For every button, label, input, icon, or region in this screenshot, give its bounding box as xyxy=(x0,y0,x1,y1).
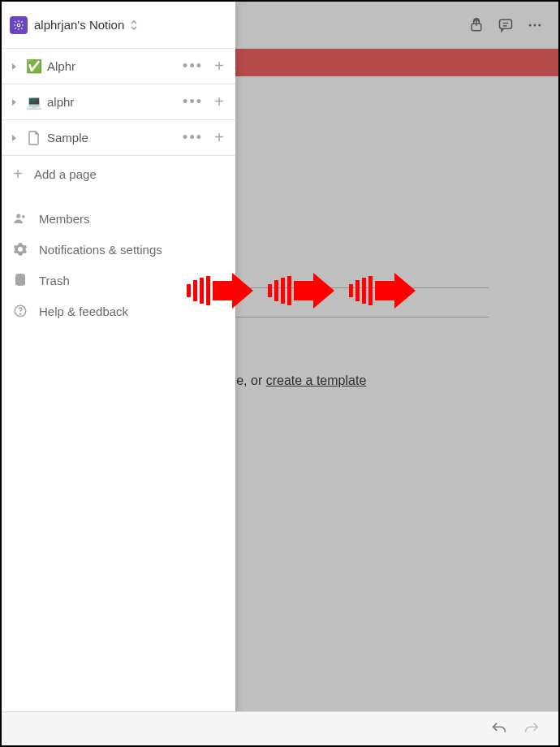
page-emoji-icon: ✅ xyxy=(26,58,42,75)
redo-icon[interactable] xyxy=(523,720,541,738)
sidebar: alphrjan's Notion ✅ Alphr ••• + 💻 alphr … xyxy=(2,2,235,745)
page-more-icon[interactable]: ••• xyxy=(179,129,206,146)
menu-label: Trash xyxy=(39,274,70,287)
add-page-label: Add a page xyxy=(34,167,97,181)
sidebar-page-alphr2[interactable]: 💻 alphr ••• + xyxy=(2,84,235,120)
trash-icon xyxy=(13,273,28,287)
sidebar-page-sample[interactable]: Sample ••• + xyxy=(2,120,235,156)
content-divider xyxy=(235,287,489,288)
svg-point-4 xyxy=(529,24,532,27)
expand-icon xyxy=(129,19,139,31)
svg-point-9 xyxy=(22,215,25,218)
page-list: ✅ Alphr ••• + 💻 alphr ••• + Sample ••• xyxy=(2,49,235,192)
caret-right-icon[interactable] xyxy=(10,98,21,106)
add-page-button[interactable]: + Add a page xyxy=(2,156,235,192)
workspace-icon xyxy=(10,16,28,34)
menu-members[interactable]: Members xyxy=(2,203,235,234)
page-doc-icon xyxy=(26,130,42,146)
svg-point-8 xyxy=(16,214,20,218)
menu-trash[interactable]: Trash xyxy=(2,265,235,296)
menu-help[interactable]: Help & feedback xyxy=(2,296,235,326)
svg-point-10 xyxy=(15,274,25,277)
svg-point-7 xyxy=(17,24,20,27)
add-subpage-icon[interactable]: + xyxy=(211,93,227,111)
sidebar-page-alphr[interactable]: ✅ Alphr ••• + xyxy=(2,49,235,84)
page-emoji-icon: 💻 xyxy=(26,94,42,110)
menu-label: Notifications & settings xyxy=(39,243,162,257)
menu-label: Members xyxy=(39,212,90,226)
svg-rect-1 xyxy=(500,19,512,28)
plus-icon: + xyxy=(10,165,26,184)
page-label: alphr xyxy=(47,95,174,109)
svg-point-12 xyxy=(19,313,20,314)
caret-right-icon[interactable] xyxy=(10,63,21,71)
svg-point-5 xyxy=(534,24,536,27)
workspace-name: alphrjan's Notion xyxy=(34,18,124,32)
comment-icon[interactable] xyxy=(497,16,515,34)
help-icon xyxy=(13,304,28,318)
svg-point-6 xyxy=(538,24,541,27)
content-divider xyxy=(235,317,489,317)
page-more-icon[interactable]: ••• xyxy=(179,93,206,110)
page-label: Alphr xyxy=(47,59,174,73)
gear-icon xyxy=(13,242,28,257)
bottom-toolbar xyxy=(2,711,558,745)
menu-label: Help & feedback xyxy=(39,304,128,318)
add-subpage-icon[interactable]: + xyxy=(211,57,227,76)
create-template-link[interactable]: create a template xyxy=(266,374,367,387)
page-more-icon[interactable]: ••• xyxy=(179,58,206,75)
more-icon[interactable] xyxy=(526,16,544,34)
members-icon xyxy=(13,211,28,226)
undo-icon[interactable] xyxy=(490,720,508,738)
workspace-switcher[interactable]: alphrjan's Notion xyxy=(2,2,235,49)
page-label: Sample xyxy=(47,131,174,145)
menu-notifications-settings[interactable]: Notifications & settings xyxy=(2,234,235,265)
sidebar-menu: Members Notifications & settings Trash H… xyxy=(2,192,235,338)
caret-right-icon[interactable] xyxy=(10,134,21,142)
share-icon[interactable] xyxy=(467,16,485,34)
add-subpage-icon[interactable]: + xyxy=(211,128,227,147)
